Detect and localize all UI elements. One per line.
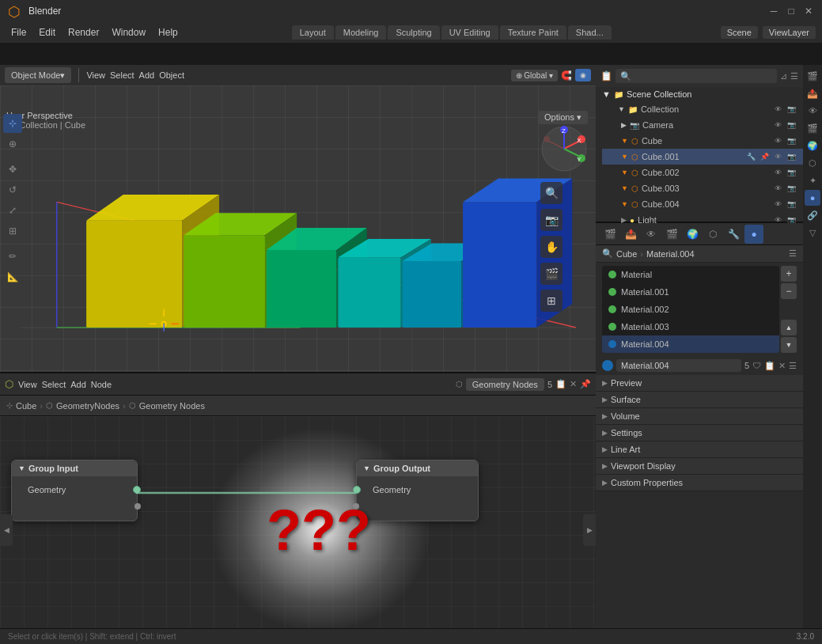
rs-output[interactable]: 📤 — [805, 85, 820, 101]
scene-selector[interactable]: Scene — [721, 26, 758, 39]
prop-world[interactable]: 🌍 — [683, 225, 702, 244]
tab-shading[interactable]: Shad... — [568, 25, 612, 40]
node-canvas[interactable]: ??? ▼ Group Input Geometry — [0, 416, 596, 644]
tab-texture-paint[interactable]: Texture Paint — [500, 25, 566, 40]
cube-restrict[interactable]: 📷 — [786, 135, 797, 146]
close-button[interactable]: ✕ — [803, 6, 814, 17]
rs-view[interactable]: 👁 — [805, 103, 820, 119]
mat-shield[interactable]: 🛡 — [752, 361, 761, 370]
node-editor[interactable]: ⬡ View Select Add Node ⬡ Geometry Nodes … — [0, 373, 596, 644]
select-label[interactable]: Select — [42, 380, 66, 389]
group-output-node[interactable]: ▼ Group Output Geometry — [356, 460, 479, 521]
tree-cube001[interactable]: ▼ ⬡ Cube.001 🔧 📌 👁 📷 — [602, 149, 803, 165]
geometry-output-socket[interactable] — [133, 486, 141, 494]
material-item-2[interactable]: Material.002 — [602, 301, 779, 318]
viewport-3d[interactable]: Object Mode ▾ View Select Add Object ⊕ G… — [0, 65, 596, 373]
menu-render[interactable]: Render — [63, 25, 104, 40]
active-mat-name[interactable]: Material.004 — [616, 359, 741, 372]
rs-particles[interactable]: ✦ — [805, 172, 820, 188]
annotate-tool[interactable]: ✏ — [3, 247, 22, 266]
breadcrumb-geonodes2[interactable]: Geometry Nodes — [139, 401, 205, 411]
cam-vis[interactable]: 👁 — [772, 119, 783, 131]
cube003-vis[interactable]: 👁 — [772, 183, 783, 194]
collapse-right-btn[interactable]: ▶ — [583, 514, 596, 546]
object-menu[interactable]: Object — [159, 70, 184, 80]
movie-btn[interactable]: 🎬 — [540, 263, 563, 285]
coll-restrict[interactable]: 📷 — [786, 104, 797, 115]
breadcrumb-geonodes[interactable]: GeometryNodes — [56, 401, 119, 411]
maximize-button[interactable]: □ — [786, 6, 797, 17]
tab-modeling[interactable]: Modeling — [335, 25, 387, 40]
add-material-btn[interactable]: + — [781, 266, 797, 282]
node-dropdown[interactable]: Geometry Nodes — [466, 378, 544, 391]
material-item-1[interactable]: Material.001 — [602, 283, 779, 301]
props-more[interactable]: ☰ — [789, 248, 797, 259]
rs-render[interactable]: 🎬 — [805, 68, 820, 84]
cube-vis[interactable]: 👁 — [772, 135, 783, 146]
rs-world[interactable]: 🌍 — [805, 138, 820, 153]
view-label[interactable]: View — [18, 380, 37, 389]
mode-select[interactable]: Object Mode ▾ — [5, 67, 71, 83]
menu-help[interactable]: Help — [153, 25, 183, 40]
rotate-tool[interactable]: ↺ — [3, 180, 22, 199]
menu-edit[interactable]: Edit — [34, 25, 60, 40]
node-close-icon[interactable]: ✕ — [570, 379, 577, 389]
cam-restrict[interactable]: 📷 — [786, 119, 797, 131]
node-pin-icon[interactable]: 📌 — [580, 379, 591, 389]
hand-btn[interactable]: ✋ — [540, 236, 563, 258]
breadcrumb-cube[interactable]: Cube — [16, 401, 36, 411]
prop-material[interactable]: ● — [744, 225, 763, 244]
rs-constraint[interactable]: 🔗 — [805, 207, 820, 223]
add-label[interactable]: Add — [70, 380, 86, 389]
prop-modifier[interactable]: 🔧 — [724, 225, 743, 244]
tree-collection[interactable]: ▼ 📁 Collection 👁 📷 — [602, 101, 803, 117]
tab-layout[interactable]: Layout — [292, 25, 334, 40]
node-new-icon[interactable]: 📋 — [555, 379, 566, 389]
cube003-restrict[interactable]: 📷 — [786, 183, 797, 194]
tree-cube003[interactable]: ▼ ⬡ Cube.003 👁 📷 — [602, 180, 803, 196]
tab-sculpting[interactable]: Sculpting — [388, 25, 439, 40]
group-input-node[interactable]: ▼ Group Input Geometry — [11, 460, 138, 521]
tree-cube004[interactable]: ▼ ⬡ Cube.004 👁 📷 — [602, 196, 803, 212]
cube004-restrict[interactable]: 📷 — [786, 199, 797, 210]
group-output-collapse[interactable]: ▼ — [363, 464, 370, 472]
add-menu[interactable]: Add — [139, 70, 155, 80]
sc-arrow[interactable]: ▼ — [602, 89, 611, 99]
cube001-cam[interactable]: 📷 — [786, 151, 797, 162]
prop-output[interactable]: 📤 — [621, 225, 640, 244]
cursor-tool[interactable]: ⊕ — [3, 134, 22, 153]
prop-scene[interactable]: 🎬 — [662, 225, 681, 244]
preview-header[interactable]: ▶ Preview — [596, 375, 803, 391]
custom-props-header[interactable]: ▶ Custom Properties — [596, 475, 803, 491]
geometry-input-socket[interactable] — [353, 486, 361, 494]
viewport-icon-global[interactable]: ⊕ Global ▾ — [511, 70, 558, 81]
scale-tool[interactable]: ⤢ — [3, 201, 22, 220]
tree-cube[interactable]: ▼ ⬡ Cube 👁 📷 — [602, 133, 803, 149]
outliner-search[interactable]: 🔍 — [616, 69, 777, 83]
viewport-display-header[interactable]: ▶ Viewport Display — [596, 458, 803, 474]
select-menu[interactable]: Select — [110, 70, 134, 80]
cube001-vis[interactable]: 🔧 — [745, 151, 756, 162]
camera-view-btn[interactable]: 📷 — [540, 209, 563, 231]
select-tool[interactable]: ⊹ — [3, 114, 22, 133]
extra-output-socket[interactable] — [134, 503, 141, 510]
collapse-left-btn[interactable]: ◀ — [0, 514, 13, 546]
coll-vis[interactable]: 👁 — [772, 104, 783, 115]
move-down-btn[interactable]: ▼ — [781, 337, 797, 353]
menu-window[interactable]: Window — [107, 25, 150, 40]
settings-header[interactable]: ▶ Settings — [596, 425, 803, 441]
menu-file[interactable]: File — [6, 25, 31, 40]
minimize-button[interactable]: ─ — [768, 6, 779, 17]
prop-view[interactable]: 👁 — [642, 225, 661, 244]
volume-header[interactable]: ▶ Volume — [596, 408, 803, 424]
material-item-3[interactable]: Material.003 — [602, 318, 779, 335]
move-up-btn[interactable]: ▲ — [781, 320, 797, 335]
view-menu[interactable]: View — [86, 70, 105, 80]
line-art-header[interactable]: ▶ Line Art — [596, 441, 803, 457]
viewport-canvas[interactable]: User Perspective (1) Collection | Cube O… — [0, 85, 596, 372]
rs-object[interactable]: ⬡ — [805, 155, 820, 171]
mat-unlink[interactable]: ✕ — [778, 361, 786, 371]
cube001-eye[interactable]: 👁 — [772, 151, 783, 162]
zoom-in-btn[interactable]: 🔍 — [540, 182, 563, 204]
surface-header[interactable]: ▶ Surface — [596, 392, 803, 407]
